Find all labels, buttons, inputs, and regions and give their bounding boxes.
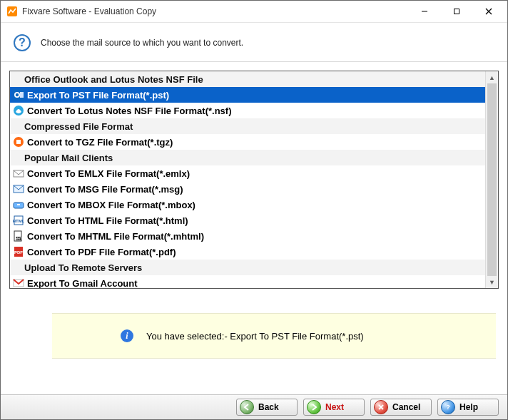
instruction-bar: ? Choose the mail source to which you wa… <box>1 23 507 62</box>
list-item-label: Convert To HTML File Format(*.html) <box>27 215 188 226</box>
list-section-header: Compressed File Format <box>10 118 486 134</box>
help-icon-small: ? <box>441 400 455 414</box>
list-section-header: Office Outlook and Lotus Notes NSF File <box>10 71 486 87</box>
svg-text:PDF: PDF <box>14 250 23 255</box>
emlx-icon <box>13 168 24 179</box>
mhtml-icon: MHT <box>13 230 24 242</box>
info-icon: i <box>121 329 133 342</box>
svg-rect-11 <box>16 140 21 144</box>
status-text: You have selected:- Export To PST File F… <box>146 331 364 342</box>
status-selection: Export To PST File Format(*.pst) <box>230 331 363 342</box>
list-item[interactable]: Convert To MBOX File Format(*.mbox) <box>10 197 486 212</box>
list-item-label: Convert To EMLX File Format(*.emlx) <box>27 168 190 179</box>
list-item-label: Export To Gmail Account <box>27 278 138 289</box>
close-button[interactable] <box>472 1 504 21</box>
svg-rect-15 <box>17 204 20 205</box>
titlebar: Fixvare Software - Evaluation Copy <box>1 1 507 23</box>
cancel-label: Cancel <box>392 402 420 412</box>
scroll-track[interactable] <box>486 83 498 276</box>
back-icon <box>240 400 254 414</box>
list-item[interactable]: Convert To MSG File Format(*.msg) <box>10 181 486 197</box>
status-prefix: You have selected:- <box>146 331 230 342</box>
next-label: Next <box>325 402 344 412</box>
minimize-button[interactable] <box>408 1 440 21</box>
section-header-label: Upload To Remote Servers <box>24 262 142 273</box>
list-section-header: Popular Mail Clients <box>10 150 486 165</box>
scroll-thumb[interactable] <box>487 83 497 276</box>
footer: Back Next Cancel ? Help <box>1 394 507 419</box>
outlook-icon <box>13 89 24 101</box>
window-title: Fixvare Software - Evaluation Copy <box>22 6 156 16</box>
svg-point-7 <box>16 93 19 96</box>
content-area: Office Outlook and Lotus Notes NSF FileE… <box>1 62 507 394</box>
svg-text:HTML: HTML <box>13 219 24 223</box>
help-button[interactable]: ? Help <box>437 399 499 416</box>
svg-text:?: ? <box>446 404 450 411</box>
cancel-icon <box>374 400 388 414</box>
list-item-label: Export To PST File Format(*.pst) <box>27 90 169 101</box>
section-header-label: Compressed File Format <box>24 121 133 132</box>
gmail-icon <box>13 277 24 289</box>
list-section-header: Upload To Remote Servers <box>10 260 486 275</box>
list-item-label: Convert To PDF File Format(*.pdf) <box>27 247 176 257</box>
pdf-icon: PDF <box>13 246 24 257</box>
app-icon <box>6 6 18 17</box>
next-button[interactable]: Next <box>303 399 365 416</box>
next-icon <box>307 400 321 414</box>
help-label: Help <box>459 402 478 412</box>
cancel-button[interactable]: Cancel <box>370 399 432 416</box>
help-icon: ? <box>14 34 31 51</box>
list-item-label: Convert To MBOX File Format(*.mbox) <box>27 200 195 210</box>
html-icon: HTML <box>13 215 24 226</box>
instruction-text: Choose the mail source to which you want… <box>41 38 243 48</box>
lotus-icon <box>13 105 24 116</box>
list-item-label: Convert To Lotus Notes NSF File Format(*… <box>27 106 232 116</box>
list-item[interactable]: PDFConvert To PDF File Format(*.pdf) <box>10 244 486 260</box>
list-item-label: Convert To MSG File Format(*.msg) <box>27 184 183 195</box>
svg-rect-8 <box>20 92 24 98</box>
list-item-label: Convert to TGZ File Format(*.tgz) <box>27 137 173 148</box>
list-item[interactable]: MHTConvert To MHTML File Format(*.mhtml) <box>10 228 486 244</box>
msg-icon <box>13 183 24 195</box>
selection-status: i You have selected:- Export To PST File… <box>52 313 496 359</box>
list-item[interactable]: Export To Gmail Account <box>10 275 486 289</box>
app-window: Fixvare Software - Evaluation Copy ? Cho… <box>0 0 508 420</box>
list-item-label: Convert To MHTML File Format(*.mhtml) <box>27 231 204 242</box>
back-label: Back <box>258 402 279 412</box>
scroll-down-icon[interactable]: ▼ <box>486 276 498 288</box>
maximize-button[interactable] <box>440 1 472 21</box>
list-item[interactable]: Convert To Lotus Notes NSF File Format(*… <box>10 103 486 118</box>
scroll-up-icon[interactable]: ▲ <box>486 71 498 83</box>
list-item[interactable]: Export To PST File Format(*.pst) <box>10 87 486 103</box>
back-button[interactable]: Back <box>236 399 298 416</box>
scrollbar[interactable]: ▲ ▼ <box>485 71 498 288</box>
list-item[interactable]: Convert to TGZ File Format(*.tgz) <box>10 134 486 150</box>
section-header-label: Office Outlook and Lotus Notes NSF File <box>24 74 203 85</box>
tgz-icon <box>13 136 24 148</box>
list-item[interactable]: HTMLConvert To HTML File Format(*.html) <box>10 212 486 228</box>
section-header-label: Popular Mail Clients <box>24 153 113 163</box>
mbox-icon <box>13 199 24 210</box>
window-controls <box>408 1 504 21</box>
export-options-list[interactable]: Office Outlook and Lotus Notes NSF FileE… <box>9 71 499 289</box>
list-item[interactable]: Convert To EMLX File Format(*.emlx) <box>10 165 486 181</box>
svg-rect-2 <box>454 9 459 14</box>
svg-text:MHT: MHT <box>16 237 22 240</box>
